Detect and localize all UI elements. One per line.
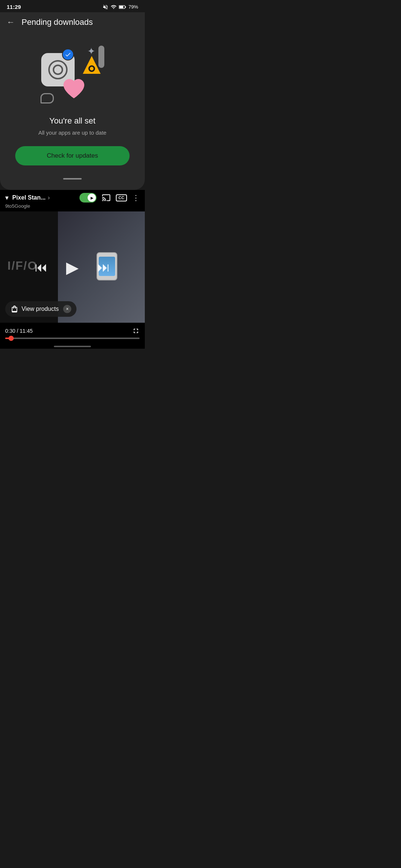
mini-title-arrow: ›: [48, 194, 50, 201]
progress-thumb[interactable]: [9, 336, 14, 341]
toggle-play-button[interactable]: ▶: [79, 193, 97, 203]
top-panel: ← Pending downloads ✦: [0, 12, 145, 190]
wifi-icon: [111, 4, 117, 10]
more-options-button[interactable]: ⋮: [132, 193, 140, 202]
time-separator: /: [17, 328, 20, 334]
shopping-bag-icon: [10, 305, 19, 313]
video-area[interactable]: I/F/O ⏮ ▶ ⏭ View products ×: [0, 211, 145, 323]
mini-title-group: Pixel Stan... ›: [12, 194, 79, 201]
empty-title: You're all set: [49, 116, 95, 126]
empty-subtitle: All your apps are up to date: [38, 129, 106, 136]
maps-pin: [83, 56, 101, 74]
header: ← Pending downloads: [0, 12, 145, 31]
time-row: 0:30 / 11:45: [5, 327, 140, 335]
apps-illustration: ✦: [35, 42, 110, 109]
chat-bubbles: [40, 93, 54, 103]
heart-shape: [62, 78, 86, 101]
toggle-knob: ▶: [88, 194, 96, 202]
player-bottom: 0:30 / 11:45: [0, 323, 145, 342]
status-icons: 79%: [102, 4, 138, 10]
close-pill-button[interactable]: ×: [63, 305, 71, 313]
progress-bar[interactable]: [5, 338, 140, 339]
camera-outer-ring: [48, 60, 68, 79]
mini-player-controls: ▶ CC ⋮: [79, 193, 140, 203]
play-icon-small: ▶: [91, 196, 94, 200]
mini-subtitle-row: 9to5Google: [0, 203, 145, 211]
page-title: Pending downloads: [22, 17, 93, 27]
camera-inner-ring: [53, 65, 63, 75]
close-pill-icon: ×: [66, 306, 69, 312]
expand-chevron[interactable]: ▾: [5, 194, 9, 202]
fullscreen-icon[interactable]: [132, 327, 140, 335]
chat-bubble-1: [40, 93, 54, 103]
next-button[interactable]: ⏭: [97, 260, 110, 274]
svg-point-5: [90, 67, 94, 70]
heart-svg: [62, 78, 86, 100]
mini-player-bar: ▾ Pixel Stan... › ▶ CC ⋮: [0, 190, 145, 203]
prev-button[interactable]: ⏮: [35, 260, 48, 274]
total-time: 11:45: [20, 328, 33, 334]
svg-rect-2: [125, 6, 126, 7]
status-bar: 11:29 79%: [0, 0, 145, 12]
status-time: 11:29: [7, 4, 21, 10]
battery-icon: [119, 5, 126, 9]
cast-icon[interactable]: [102, 193, 111, 202]
svg-rect-1: [119, 6, 123, 8]
media-player: ▾ Pixel Stan... › ▶ CC ⋮ 9to5Google: [0, 190, 145, 349]
mini-player-title: Pixel Stan...: [12, 194, 46, 201]
cc-button[interactable]: CC: [116, 194, 127, 201]
current-time: 0:30: [5, 328, 15, 334]
view-products-pill[interactable]: View products ×: [5, 301, 76, 317]
pin-svg: [83, 56, 101, 75]
check-updates-button[interactable]: Check for updates: [15, 146, 130, 165]
bottom-handle: [63, 178, 82, 180]
nav-handle: [0, 342, 145, 349]
checkmark-icon: [65, 51, 71, 58]
mute-icon: [102, 4, 108, 10]
nav-bar-line: [54, 346, 91, 347]
time-label: 0:30 / 11:45: [5, 328, 33, 334]
play-pause-button[interactable]: ▶: [66, 258, 79, 277]
battery-text: 79%: [128, 4, 138, 10]
mini-player-subtitle: 9to5Google: [5, 203, 30, 209]
empty-state: ✦: [0, 31, 145, 173]
back-button[interactable]: ←: [7, 17, 15, 27]
check-badge: [62, 49, 74, 60]
view-products-label: View products: [22, 306, 59, 312]
